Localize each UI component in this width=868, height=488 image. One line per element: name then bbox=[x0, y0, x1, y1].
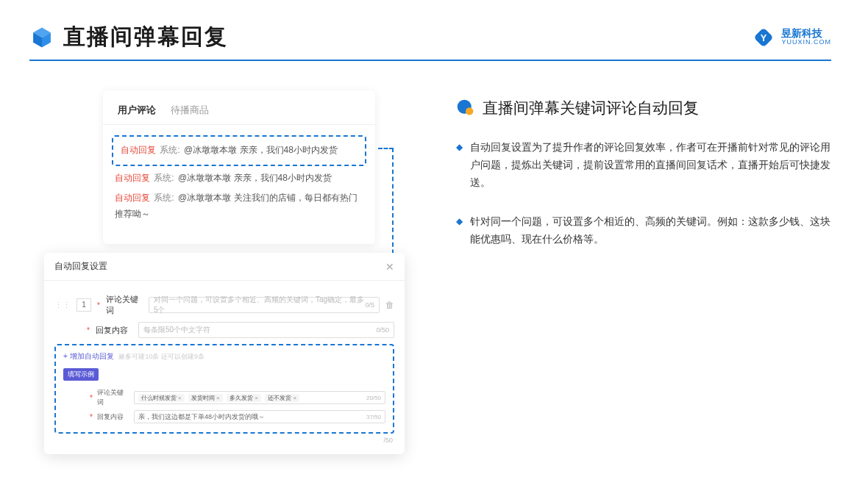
comment-item: 自动回复 系统: @冰墩墩本墩 关注我们的店铺，每日都有热门推荐呦～ bbox=[115, 190, 363, 222]
example-badge: 填写示例 bbox=[63, 368, 99, 381]
keyword-tag[interactable]: 还不发货× bbox=[265, 394, 299, 402]
diamond-bullet-icon: ◆ bbox=[456, 139, 463, 191]
close-icon[interactable]: ✕ bbox=[385, 261, 394, 273]
comment-text: @冰墩墩本墩 亲亲，我们48小时内发货 bbox=[184, 145, 338, 155]
drag-handle-icon[interactable]: ⋮⋮ bbox=[54, 301, 71, 310]
brand-name-cn: 昱新科技 bbox=[781, 28, 831, 39]
required-dot: * bbox=[90, 394, 93, 402]
brand-diamond-icon: Y bbox=[752, 26, 775, 49]
settings-title: 自动回复设置 bbox=[54, 260, 107, 273]
settings-card: 自动回复设置 ✕ ⋮⋮ 1 * 评论关键词 对同一个问题，可设置多个相近、高频的… bbox=[44, 253, 405, 454]
auto-reply-tag: 自动回复 bbox=[121, 145, 156, 155]
right-heading: 直播间弹幕关键词评论自动回复 bbox=[483, 98, 699, 118]
comment-item: 自动回复 系统: @冰墩墩本墩 亲亲，我们48小时内发货 bbox=[112, 135, 366, 166]
keyword-tag[interactable]: 多久发货× bbox=[227, 394, 261, 402]
example-content-input[interactable]: 亲，我们这边都是下单48小时内发货的哦～ 37/50 bbox=[134, 410, 385, 423]
keyword-tag[interactable]: 什么时候发货× bbox=[138, 394, 185, 402]
brand-logo: Y 昱新科技 YUUXIN.COM bbox=[752, 26, 831, 49]
row-index: 1 bbox=[77, 298, 91, 312]
content-label: 回复内容 bbox=[96, 325, 132, 336]
system-label: 系统: bbox=[154, 193, 174, 203]
auto-reply-tag: 自动回复 bbox=[115, 193, 150, 203]
bullet-text: 针对同一个问题，可设置多个相近的、高频的关键词。例如：这款多少钱、这块能优惠吗、… bbox=[470, 213, 831, 248]
comment-item: 自动回复 系统: @冰墩墩本墩 亲亲，我们48小时内发货 bbox=[115, 171, 363, 187]
tab-pending-products[interactable]: 待播商品 bbox=[171, 104, 209, 117]
auto-reply-tag: 自动回复 bbox=[115, 173, 150, 183]
system-label: 系统: bbox=[160, 145, 179, 155]
required-dot: * bbox=[97, 301, 100, 309]
diamond-bullet-icon: ◆ bbox=[456, 213, 463, 248]
comment-text: @冰墩墩本墩 亲亲，我们48小时内发货 bbox=[178, 173, 332, 183]
add-hint: 最多可建10条 还可以创建9条 bbox=[118, 353, 204, 360]
svg-text:Y: Y bbox=[761, 32, 767, 43]
required-dot: * bbox=[90, 413, 93, 421]
add-auto-reply-link[interactable]: + 增加自动回复 bbox=[63, 352, 114, 360]
example-section: + 增加自动回复 最多可建10条 还可以创建9条 填写示例 * 评论关键词 什么… bbox=[54, 344, 394, 434]
trash-icon[interactable]: 🗑 bbox=[385, 300, 394, 310]
keyword-label: 评论关键词 bbox=[106, 294, 143, 316]
chat-bubble-icon bbox=[456, 98, 475, 118]
example-keyword-input[interactable]: 什么时候发货× 发货时间× 多久发货× 还不发货× 20/50 bbox=[134, 391, 385, 404]
comment-text: @冰墩墩本墩 关注我们的店铺，每日都有热门推荐呦～ bbox=[115, 193, 357, 219]
example-keyword-label: 评论关键词 bbox=[97, 388, 129, 407]
comment-card: 用户评论 待播商品 自动回复 系统: @冰墩墩本墩 亲亲，我们48小时内发货 自… bbox=[103, 90, 375, 244]
tab-user-comments[interactable]: 用户评论 bbox=[118, 104, 156, 117]
bullet-text: 自动回复设置为了提升作者的评论回复效率，作者可在开播前针对常见的评论用户问题，提… bbox=[470, 139, 831, 191]
system-label: 系统: bbox=[154, 173, 174, 183]
example-content-label: 回复内容 bbox=[97, 412, 129, 422]
keyword-input[interactable]: 对同一个问题，可设置多个相近、高频的关键词，Tag确定，最多5个 0/5 bbox=[149, 297, 380, 313]
brand-name-en: YUUXIN.COM bbox=[781, 39, 831, 46]
cube-icon bbox=[29, 25, 54, 50]
page-title: 直播间弹幕回复 bbox=[63, 22, 228, 52]
keyword-tag[interactable]: 发货时间× bbox=[188, 394, 223, 402]
content-input[interactable]: 每条限50个中文字符 0/50 bbox=[138, 322, 394, 338]
required-dot: * bbox=[87, 326, 90, 334]
svg-point-6 bbox=[466, 107, 473, 115]
bottom-count: /50 bbox=[54, 437, 394, 444]
